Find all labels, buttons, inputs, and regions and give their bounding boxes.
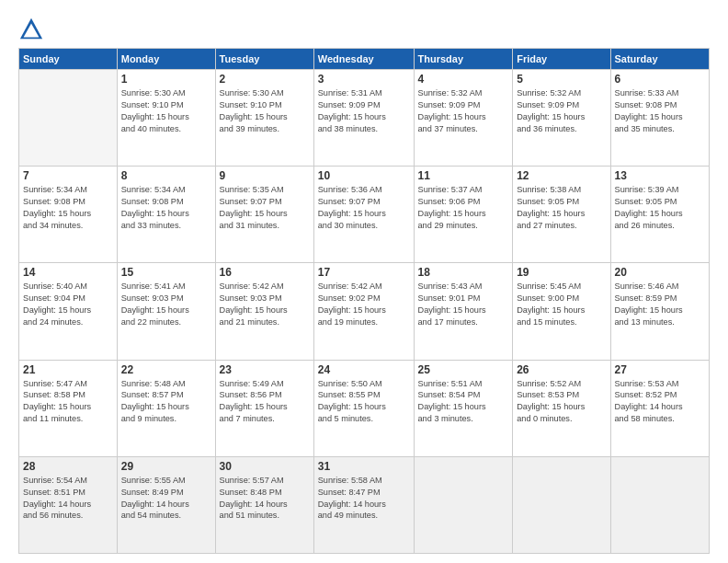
- day-info: Sunrise: 5:34 AM Sunset: 9:08 PM Dayligh…: [23, 184, 113, 232]
- col-header-tuesday: Tuesday: [215, 49, 313, 70]
- day-number: 12: [517, 169, 606, 182]
- day-info: Sunrise: 5:50 AM Sunset: 8:55 PM Dayligh…: [318, 378, 410, 426]
- day-number: 2: [220, 73, 310, 86]
- day-cell: 26Sunrise: 5:52 AM Sunset: 8:53 PM Dayli…: [513, 360, 610, 456]
- day-cell: 8Sunrise: 5:34 AM Sunset: 9:08 PM Daylig…: [117, 167, 215, 263]
- day-cell: 10Sunrise: 5:36 AM Sunset: 9:07 PM Dayli…: [313, 167, 414, 263]
- col-header-saturday: Saturday: [610, 49, 710, 70]
- day-cell: 17Sunrise: 5:42 AM Sunset: 9:02 PM Dayli…: [313, 263, 414, 360]
- day-number: 25: [418, 363, 509, 376]
- day-cell: 24Sunrise: 5:50 AM Sunset: 8:55 PM Dayli…: [313, 360, 414, 456]
- day-info: Sunrise: 5:30 AM Sunset: 9:10 PM Dayligh…: [220, 87, 310, 135]
- day-cell: 14Sunrise: 5:40 AM Sunset: 9:04 PM Dayli…: [19, 263, 118, 360]
- day-cell: [513, 456, 610, 553]
- day-info: Sunrise: 5:41 AM Sunset: 9:03 PM Dayligh…: [121, 281, 211, 328]
- day-info: Sunrise: 5:39 AM Sunset: 9:05 PM Dayligh…: [615, 184, 706, 232]
- day-cell: 7Sunrise: 5:34 AM Sunset: 9:08 PM Daylig…: [19, 167, 118, 263]
- day-number: 19: [517, 266, 606, 279]
- day-info: Sunrise: 5:42 AM Sunset: 9:03 PM Dayligh…: [220, 281, 310, 328]
- day-info: Sunrise: 5:43 AM Sunset: 9:01 PM Dayligh…: [418, 281, 509, 328]
- calendar-header-row: SundayMondayTuesdayWednesdayThursdayFrid…: [19, 49, 710, 70]
- day-cell: 3Sunrise: 5:31 AM Sunset: 9:09 PM Daylig…: [313, 70, 414, 167]
- day-info: Sunrise: 5:51 AM Sunset: 8:54 PM Dayligh…: [418, 378, 509, 426]
- logo-icon: [18, 17, 44, 42]
- day-number: 6: [615, 73, 706, 86]
- day-info: Sunrise: 5:40 AM Sunset: 9:04 PM Dayligh…: [23, 281, 113, 328]
- day-info: Sunrise: 5:53 AM Sunset: 8:52 PM Dayligh…: [615, 378, 706, 426]
- day-number: 23: [220, 363, 310, 376]
- day-number: 30: [220, 460, 310, 473]
- day-cell: 12Sunrise: 5:38 AM Sunset: 9:05 PM Dayli…: [513, 167, 610, 263]
- day-cell: 22Sunrise: 5:48 AM Sunset: 8:57 PM Dayli…: [117, 360, 215, 456]
- day-info: Sunrise: 5:30 AM Sunset: 9:10 PM Dayligh…: [121, 87, 211, 135]
- day-info: Sunrise: 5:58 AM Sunset: 8:47 PM Dayligh…: [318, 475, 410, 523]
- day-number: 29: [121, 460, 211, 473]
- day-number: 22: [121, 363, 211, 376]
- day-cell: [610, 456, 710, 553]
- col-header-sunday: Sunday: [19, 49, 118, 70]
- col-header-monday: Monday: [117, 49, 215, 70]
- day-number: 14: [23, 266, 113, 279]
- col-header-friday: Friday: [513, 49, 610, 70]
- day-number: 5: [517, 73, 606, 86]
- day-info: Sunrise: 5:31 AM Sunset: 9:09 PM Dayligh…: [318, 87, 410, 135]
- day-cell: 28Sunrise: 5:54 AM Sunset: 8:51 PM Dayli…: [19, 456, 118, 553]
- day-cell: 4Sunrise: 5:32 AM Sunset: 9:09 PM Daylig…: [414, 70, 513, 167]
- day-number: 21: [23, 363, 113, 376]
- header: [18, 17, 710, 42]
- day-info: Sunrise: 5:45 AM Sunset: 9:00 PM Dayligh…: [517, 281, 606, 328]
- week-row-4: 21Sunrise: 5:47 AM Sunset: 8:58 PM Dayli…: [19, 360, 710, 456]
- day-info: Sunrise: 5:54 AM Sunset: 8:51 PM Dayligh…: [23, 475, 113, 523]
- day-number: 27: [615, 363, 706, 376]
- day-cell: [414, 456, 513, 553]
- day-info: Sunrise: 5:52 AM Sunset: 8:53 PM Dayligh…: [517, 378, 606, 426]
- day-cell: 25Sunrise: 5:51 AM Sunset: 8:54 PM Dayli…: [414, 360, 513, 456]
- day-info: Sunrise: 5:55 AM Sunset: 8:49 PM Dayligh…: [121, 475, 211, 523]
- day-cell: 9Sunrise: 5:35 AM Sunset: 9:07 PM Daylig…: [215, 167, 313, 263]
- page: SundayMondayTuesdayWednesdayThursdayFrid…: [0, 0, 728, 563]
- day-number: 9: [220, 169, 310, 182]
- day-number: 18: [418, 266, 509, 279]
- day-info: Sunrise: 5:32 AM Sunset: 9:09 PM Dayligh…: [418, 87, 509, 135]
- col-header-wednesday: Wednesday: [313, 49, 414, 70]
- week-row-5: 28Sunrise: 5:54 AM Sunset: 8:51 PM Dayli…: [19, 456, 710, 553]
- day-number: 1: [121, 73, 211, 86]
- day-info: Sunrise: 5:38 AM Sunset: 9:05 PM Dayligh…: [517, 184, 606, 232]
- day-cell: 21Sunrise: 5:47 AM Sunset: 8:58 PM Dayli…: [19, 360, 118, 456]
- day-info: Sunrise: 5:32 AM Sunset: 9:09 PM Dayligh…: [517, 87, 606, 135]
- day-info: Sunrise: 5:57 AM Sunset: 8:48 PM Dayligh…: [220, 475, 310, 523]
- day-number: 4: [418, 73, 509, 86]
- day-info: Sunrise: 5:37 AM Sunset: 9:06 PM Dayligh…: [418, 184, 509, 232]
- day-cell: 31Sunrise: 5:58 AM Sunset: 8:47 PM Dayli…: [313, 456, 414, 553]
- day-number: 24: [318, 363, 410, 376]
- logo: [18, 17, 48, 42]
- calendar-table: SundayMondayTuesdayWednesdayThursdayFrid…: [18, 48, 710, 554]
- day-cell: 20Sunrise: 5:46 AM Sunset: 8:59 PM Dayli…: [610, 263, 710, 360]
- day-info: Sunrise: 5:36 AM Sunset: 9:07 PM Dayligh…: [318, 184, 410, 232]
- day-cell: 5Sunrise: 5:32 AM Sunset: 9:09 PM Daylig…: [513, 70, 610, 167]
- day-cell: 11Sunrise: 5:37 AM Sunset: 9:06 PM Dayli…: [414, 167, 513, 263]
- day-cell: 29Sunrise: 5:55 AM Sunset: 8:49 PM Dayli…: [117, 456, 215, 553]
- day-info: Sunrise: 5:35 AM Sunset: 9:07 PM Dayligh…: [220, 184, 310, 232]
- day-number: 31: [318, 460, 410, 473]
- day-number: 13: [615, 169, 706, 182]
- day-number: 8: [121, 169, 211, 182]
- day-cell: 2Sunrise: 5:30 AM Sunset: 9:10 PM Daylig…: [215, 70, 313, 167]
- day-cell: 27Sunrise: 5:53 AM Sunset: 8:52 PM Dayli…: [610, 360, 710, 456]
- day-cell: 6Sunrise: 5:33 AM Sunset: 9:08 PM Daylig…: [610, 70, 710, 167]
- day-number: 3: [318, 73, 410, 86]
- day-info: Sunrise: 5:42 AM Sunset: 9:02 PM Dayligh…: [318, 281, 410, 328]
- day-number: 20: [615, 266, 706, 279]
- day-number: 16: [220, 266, 310, 279]
- day-number: 15: [121, 266, 211, 279]
- day-cell: 19Sunrise: 5:45 AM Sunset: 9:00 PM Dayli…: [513, 263, 610, 360]
- day-info: Sunrise: 5:48 AM Sunset: 8:57 PM Dayligh…: [121, 378, 211, 426]
- day-info: Sunrise: 5:46 AM Sunset: 8:59 PM Dayligh…: [615, 281, 706, 328]
- col-header-thursday: Thursday: [414, 49, 513, 70]
- day-info: Sunrise: 5:49 AM Sunset: 8:56 PM Dayligh…: [220, 378, 310, 426]
- day-cell: 13Sunrise: 5:39 AM Sunset: 9:05 PM Dayli…: [610, 167, 710, 263]
- day-cell: 16Sunrise: 5:42 AM Sunset: 9:03 PM Dayli…: [215, 263, 313, 360]
- day-number: 10: [318, 169, 410, 182]
- day-number: 11: [418, 169, 509, 182]
- day-number: 26: [517, 363, 606, 376]
